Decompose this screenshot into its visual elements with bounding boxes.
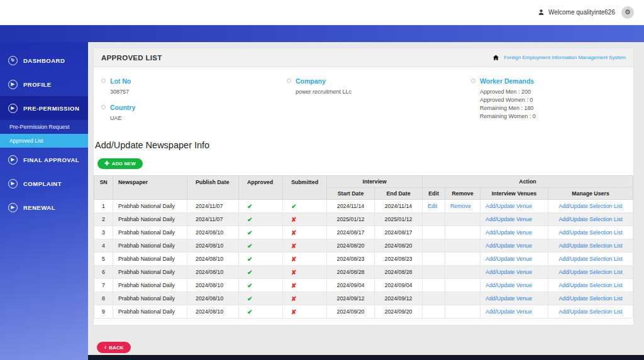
venue-cell: Add/Update Venue bbox=[480, 292, 548, 305]
remove-cell bbox=[445, 266, 480, 279]
row-sn: 9 bbox=[94, 305, 113, 319]
add-update-venue-link[interactable]: Add/Update Venue bbox=[486, 203, 532, 209]
remove-cell bbox=[445, 213, 480, 226]
gear-icon: ⚙ bbox=[625, 8, 631, 16]
table-header: SN Newspaper Publish Date Approved Submi… bbox=[94, 176, 633, 200]
sidebar-item-pre-permission-request[interactable]: Pre-Permission Request bbox=[0, 120, 88, 134]
table-row: 4Prabhab National Daily2024/08/10✔✘2024/… bbox=[94, 239, 633, 253]
cross-icon: ✘ bbox=[291, 216, 296, 223]
check-icon: ✔ bbox=[247, 229, 252, 236]
table-row: 8Prabhab National Daily2024/08/10✔✘2024/… bbox=[94, 292, 633, 305]
profile-icon: ▶ bbox=[8, 80, 18, 89]
edit-cell bbox=[423, 305, 445, 319]
add-update-selection-list-link[interactable]: Add/Update Selection List bbox=[558, 282, 622, 288]
row-newspaper: Prabhab National Daily bbox=[113, 266, 187, 279]
check-icon: ✔ bbox=[247, 282, 252, 289]
cross-icon: ✘ bbox=[291, 282, 296, 289]
table-row: 2Prabhab National Daily2024/11/07✔✘2025/… bbox=[94, 213, 633, 226]
remaining-women-value: Remaining Women : 0 bbox=[480, 112, 536, 121]
row-start-date: 2025/01/12 bbox=[327, 213, 375, 226]
add-update-venue-link[interactable]: Add/Update Venue bbox=[486, 243, 532, 249]
welcome-text: Welcome qualityinte626 bbox=[548, 9, 615, 16]
row-publish-date: 2024/08/10 bbox=[187, 253, 239, 266]
manage-cell: Add/Update Selection List bbox=[548, 292, 633, 305]
pre-permission-icon: ▶ bbox=[8, 104, 18, 113]
sidebar-item-pre-permission[interactable]: ▶ PRE-PERMISSION bbox=[0, 96, 88, 120]
row-sn: 7 bbox=[94, 279, 113, 292]
add-update-selection-list-link[interactable]: Add/Update Selection List bbox=[558, 243, 622, 249]
edit-cell bbox=[423, 213, 445, 226]
cross-icon: ✘ bbox=[291, 295, 296, 302]
row-sn: 5 bbox=[94, 253, 113, 266]
sidebar-item-approved-list[interactable]: Approved List bbox=[0, 134, 88, 148]
edit-cell: Edit bbox=[423, 200, 445, 213]
col-group-action: Action bbox=[423, 176, 633, 188]
sidebar-item-label: RENEWAL bbox=[23, 204, 55, 211]
row-newspaper: Prabhab National Daily bbox=[113, 253, 187, 266]
add-new-button[interactable]: ✚ ADD NEW bbox=[97, 158, 143, 169]
add-update-selection-list-link[interactable]: Add/Update Selection List bbox=[558, 269, 622, 275]
bullet-icon bbox=[471, 79, 475, 83]
bullet-icon bbox=[101, 79, 106, 83]
chevron-left-icon: ‹ bbox=[104, 344, 106, 351]
add-update-venue-link[interactable]: Add/Update Venue bbox=[486, 308, 532, 315]
sidebar-item-dashboard[interactable]: ↻ DASHBOARD bbox=[0, 48, 88, 72]
sidebar-item-complaint[interactable]: ▶ COMPLAINT bbox=[0, 172, 88, 195]
add-update-selection-list-link[interactable]: Add/Update Selection List bbox=[558, 229, 622, 236]
sidebar-item-renewal[interactable]: ▶ RENEWAL bbox=[0, 195, 88, 219]
back-label: BACK bbox=[109, 345, 123, 351]
table-row: 9Prabhab National Daily2024/08/10✔✘2024/… bbox=[94, 305, 633, 319]
settings-button[interactable]: ⚙ bbox=[621, 6, 634, 19]
info-col-1: Lot No 308757 Country UAE bbox=[101, 77, 287, 130]
footer-bar bbox=[88, 355, 644, 360]
add-update-venue-link[interactable]: Add/Update Venue bbox=[486, 295, 532, 302]
manage-cell: Add/Update Selection List bbox=[548, 266, 633, 279]
remove-cell bbox=[445, 239, 480, 253]
row-end-date: 2024/08/20 bbox=[375, 239, 423, 253]
manage-cell: Add/Update Selection List bbox=[548, 279, 633, 292]
company-item: Company power recruitment LLc bbox=[287, 77, 471, 96]
approved-cell: ✔ bbox=[239, 305, 283, 319]
add-update-selection-list-link[interactable]: Add/Update Selection List bbox=[558, 203, 622, 209]
back-button[interactable]: ‹ BACK bbox=[97, 342, 131, 353]
topbar: Welcome qualityinte626 ⚙ bbox=[0, 0, 644, 25]
add-update-selection-list-link[interactable]: Add/Update Selection List bbox=[558, 308, 622, 315]
row-newspaper: Prabhab National Daily bbox=[113, 279, 187, 292]
submitted-cell: ✘ bbox=[283, 213, 327, 226]
sidebar: ↻ DASHBOARD ▶ PROFILE ▶ PRE-PERMISSION P… bbox=[0, 42, 88, 360]
add-update-selection-list-link[interactable]: Add/Update Selection List bbox=[558, 256, 622, 262]
remove-cell: Remove bbox=[445, 200, 480, 213]
add-update-venue-link[interactable]: Add/Update Venue bbox=[486, 256, 532, 262]
col-header-remove: Remove bbox=[445, 188, 480, 200]
add-update-selection-list-link[interactable]: Add/Update Selection List bbox=[558, 216, 622, 222]
venue-cell: Add/Update Venue bbox=[480, 226, 548, 239]
remove-link[interactable]: Remove bbox=[450, 203, 471, 209]
col-header-edit: Edit bbox=[423, 188, 445, 200]
add-update-venue-link[interactable]: Add/Update Venue bbox=[486, 269, 532, 275]
main-content: APPROVED LIST Foreign Employment Informa… bbox=[88, 42, 644, 360]
row-end-date: 2024/08/28 bbox=[375, 266, 423, 279]
section-title: Add/Update Newspaper Info bbox=[95, 140, 633, 150]
add-update-venue-link[interactable]: Add/Update Venue bbox=[486, 282, 532, 288]
col-header-newspaper: Newspaper bbox=[113, 176, 187, 200]
row-publish-date: 2024/08/10 bbox=[187, 292, 239, 305]
sidebar-item-profile[interactable]: ▶ PROFILE bbox=[0, 72, 88, 96]
add-update-selection-list-link[interactable]: Add/Update Selection List bbox=[558, 295, 622, 302]
approved-cell: ✔ bbox=[239, 292, 283, 305]
row-end-date: 2024/08/17 bbox=[375, 226, 423, 239]
company-label: Company bbox=[296, 77, 352, 85]
lot-no-label: Lot No bbox=[110, 77, 131, 85]
sidebar-item-final-approval[interactable]: ▶ FINAL APPROVAL bbox=[0, 148, 88, 172]
manage-cell: Add/Update Selection List bbox=[548, 305, 633, 319]
check-icon: ✔ bbox=[247, 243, 252, 249]
info-col-3: Worker Demands Approved Men : 200 Approv… bbox=[471, 77, 627, 130]
row-end-date: 2025/01/12 bbox=[375, 213, 423, 226]
home-icon bbox=[492, 54, 499, 61]
country-value: UAE bbox=[110, 114, 135, 123]
add-update-venue-link[interactable]: Add/Update Venue bbox=[486, 229, 532, 236]
edit-link[interactable]: Edit bbox=[428, 203, 437, 209]
col-header-publish-date: Publish Date bbox=[187, 176, 239, 200]
add-update-venue-link[interactable]: Add/Update Venue bbox=[486, 216, 532, 222]
col-header-submitted: Submitted bbox=[283, 176, 327, 200]
system-breadcrumb-link[interactable]: Foreign Employment Information Managemen… bbox=[504, 55, 626, 60]
